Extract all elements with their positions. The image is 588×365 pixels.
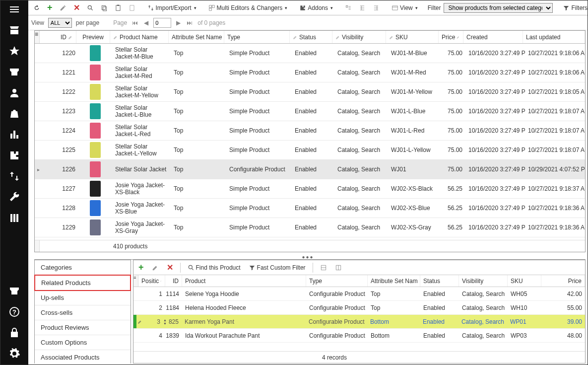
bcol-price[interactable]: Price	[541, 275, 585, 287]
tab-up-sells[interactable]: Up-sells	[35, 291, 131, 305]
search-button[interactable]	[85, 3, 96, 12]
delete-related-button[interactable]: ✕	[165, 262, 175, 273]
cell-attr: Top	[171, 102, 226, 121]
edit-button[interactable]	[58, 3, 68, 12]
page-input[interactable]	[153, 18, 171, 28]
gear-icon[interactable]	[8, 348, 20, 360]
cell-type: Simple Product	[226, 82, 292, 101]
horizontal-splitter[interactable]: ●●●	[28, 254, 588, 259]
paste-special-button[interactable]	[127, 3, 137, 12]
tab-related-products[interactable]: Related Products	[34, 275, 131, 291]
chart-icon[interactable]	[8, 129, 20, 141]
tool-b-button[interactable]	[357, 3, 368, 12]
bcol-attr[interactable]: Attribute Set Nam	[368, 275, 420, 287]
bcol-status[interactable]: Status	[420, 275, 459, 287]
bottom-panel: CategoriesRelated ProductsUp-sellsCross-…	[34, 259, 586, 364]
help-icon[interactable]: ?	[8, 306, 20, 318]
table-row[interactable]: 1221Stellar Solar Jacket-M-RedTopSimple …	[35, 63, 585, 82]
lock-icon[interactable]	[8, 327, 20, 339]
col-preview[interactable]: Preview	[76, 31, 110, 43]
bcol-product[interactable]: Product	[182, 275, 306, 287]
view-menu[interactable]: View▾	[390, 3, 420, 12]
related-row[interactable]: 21184Helena Hooded FleeceConfigurable Pr…	[133, 301, 585, 315]
filters-menu[interactable]: Filters▾	[561, 3, 588, 12]
table-row[interactable]: 1220Stellar Solar Jacket-M-BlueTopSimple…	[35, 44, 585, 63]
inbox-icon[interactable]	[8, 66, 20, 78]
related-row[interactable]: 41839Ida Workout Parachute PantConfigura…	[133, 329, 585, 343]
layout-a-button[interactable]	[318, 263, 329, 272]
wrench-icon[interactable]	[8, 191, 20, 203]
page-last-button[interactable]: ⏭	[186, 19, 194, 26]
tray-icon[interactable]	[8, 285, 20, 297]
paste-button[interactable]	[113, 3, 124, 12]
related-row[interactable]: 11114Selene Yoga HoodieConfigurable Prod…	[133, 287, 585, 301]
page-label: Page	[113, 19, 127, 26]
page-next-button[interactable]: ▶	[175, 19, 182, 26]
store-icon[interactable]	[8, 24, 20, 36]
tab-categories[interactable]: Categories	[35, 260, 131, 275]
col-id[interactable]: ID	[40, 31, 76, 43]
layout-b-button[interactable]	[333, 263, 344, 272]
multi-editors-menu[interactable]: Multi Editors & Changers▾	[206, 3, 290, 12]
cell-price: 75.00	[441, 82, 465, 101]
find-product-button[interactable]: Find this Product	[186, 263, 243, 272]
col-price[interactable]: Price	[439, 31, 463, 43]
edit-related-button[interactable]	[150, 263, 161, 272]
table-row[interactable]: 1224Stellar Solar Jacket-L-RedTopSimple …	[35, 121, 585, 141]
import-export-menu[interactable]: Import/Export▾	[145, 3, 198, 12]
col-name[interactable]: Product Name	[110, 31, 169, 43]
table-row[interactable]: 1229Josie Yoga Jacket-XS-GrayTopSimple P…	[35, 218, 585, 237]
col-sku[interactable]: SKU	[386, 31, 439, 43]
bcol-id[interactable]: ID	[165, 275, 182, 287]
table-row[interactable]: 1225Stellar Solar Jacket-L-YellowTopSimp…	[35, 141, 585, 160]
bcol-sku[interactable]: SKU	[508, 275, 541, 287]
col-attrset[interactable]: Attribute Set Name	[169, 31, 224, 43]
page-prev-button[interactable]: ◀	[143, 19, 149, 26]
filter-select[interactable]: Show products from selected categories	[444, 3, 553, 13]
star-icon[interactable]	[8, 45, 20, 57]
table-row[interactable]: ▸1226Stellar Solar JacketTopConfigurable…	[35, 160, 585, 179]
col-created[interactable]: Created	[463, 31, 523, 43]
user-icon[interactable]	[8, 87, 20, 99]
bcell-price: 55.00	[541, 304, 585, 311]
page-first-button[interactable]: ⏮	[131, 19, 139, 26]
col-updated[interactable]: Last updated	[523, 31, 585, 43]
bcol-visibility[interactable]: Visibility	[459, 275, 508, 287]
copy-button[interactable]	[99, 3, 110, 12]
addons-menu[interactable]: Addons▾	[297, 3, 335, 12]
table-row[interactable]: 1223Stellar Solar Jacket-L-BlueTopSimple…	[35, 102, 585, 121]
table-row[interactable]: 1227Josie Yoga Jacket-XS-BlackTopSimple …	[35, 179, 585, 199]
bcol-type[interactable]: Type	[306, 275, 368, 287]
menu-icon[interactable]	[8, 3, 20, 15]
related-row[interactable]: 3▲▼1825Karmen Yoga PantConfigurable Prod…	[133, 315, 585, 329]
tab-cross-sells[interactable]: Cross-sells	[35, 305, 131, 320]
per-page-select[interactable]: ALL	[48, 18, 72, 28]
delete-button[interactable]: ✕	[71, 2, 82, 13]
cell-updated: 10/27/2021 9:18:06 AM	[525, 44, 585, 63]
tool-c-button[interactable]	[371, 3, 382, 12]
fast-filter-button[interactable]: Fast Custom Filter	[247, 263, 308, 272]
add-button[interactable]: +	[45, 1, 55, 14]
cell-type: Simple Product	[226, 44, 292, 63]
add-related-button[interactable]: +	[136, 261, 146, 274]
tab-product-reviews[interactable]: Product Reviews	[35, 320, 131, 335]
bcol-position[interactable]: Positic	[138, 275, 165, 287]
puzzle-icon[interactable]	[8, 149, 20, 161]
table-row[interactable]: 1222Stellar Solar Jacket-M-YellowTopSimp…	[35, 82, 585, 102]
transfer-icon[interactable]	[8, 170, 20, 182]
refresh-button[interactable]	[31, 3, 42, 12]
col-status[interactable]: Status	[290, 31, 332, 43]
cell-type: Simple Product	[226, 179, 292, 198]
bcell-attr: Bottom	[368, 332, 420, 339]
cell-id: 1224	[42, 121, 78, 140]
cell-updated: 10/27/2021 9:18:05 AM	[525, 82, 585, 101]
tab-associated-products[interactable]: Associated Products	[35, 350, 131, 365]
tab-custom-options[interactable]: Custom Options	[35, 335, 131, 350]
tool-a-button[interactable]	[343, 3, 354, 12]
col-visibility[interactable]: Visibility	[332, 31, 386, 43]
table-row[interactable]: 1228Josie Yoga Jacket-XS-BlueTopSimple P…	[35, 199, 585, 218]
bag-icon[interactable]	[8, 108, 20, 120]
col-type[interactable]: Type	[224, 31, 290, 43]
cell-preview	[78, 63, 112, 82]
columns-icon[interactable]	[8, 212, 20, 224]
